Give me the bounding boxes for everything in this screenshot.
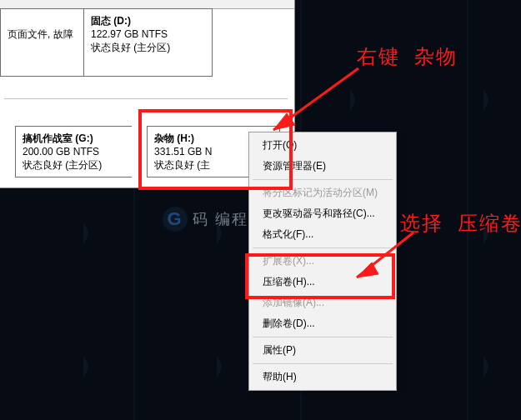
volume-size: 122.97 GB NTFS <box>91 28 205 41</box>
arrow-icon <box>345 229 420 288</box>
volume-info: 页面文件, 故障 <box>8 28 77 41</box>
callout-text: 压缩卷 <box>458 212 521 234</box>
callout-select-shrink: 选择 压缩卷 <box>400 210 521 237</box>
menu-change-letter[interactable]: 更改驱动器号和路径(C)... <box>251 203 394 224</box>
menu-delete[interactable]: 删除卷(D)... <box>251 313 394 334</box>
disk-row-1: 页面文件, 故障 固态 (D:) 122.97 GB NTFS 状态良好 (主分… <box>0 8 294 79</box>
volume-title: 固态 (D:) <box>91 14 205 28</box>
menu-separator <box>253 363 393 364</box>
volume-g[interactable]: 搞机作战室 (G:) 200.00 GB NTFS 状态良好 (主分区) <box>15 126 132 178</box>
callout-rightclick: 右键 杂物 <box>357 43 458 70</box>
volume-title: 搞机作战室 (G:) <box>23 132 125 145</box>
watermark-text: 码 编程 <box>193 209 248 229</box>
menu-properties[interactable]: 属性(P) <box>251 340 394 361</box>
volume-d[interactable]: 固态 (D:) 122.97 GB NTFS 状态良好 (主分区) <box>83 8 213 77</box>
row-separator <box>4 98 288 99</box>
volume-status: 状态良好 (主分区) <box>23 158 125 172</box>
menu-help[interactable]: 帮助(H) <box>251 367 394 388</box>
volume-size: 200.00 GB NTFS <box>23 145 125 158</box>
watermark: G 码 编程 <box>163 207 248 232</box>
volume-status: 状态良好 (主分区) <box>91 41 205 54</box>
callout-text: 杂物 <box>414 45 458 68</box>
svg-marker-3 <box>357 262 378 278</box>
watermark-logo-icon: G <box>163 207 188 232</box>
callout-text: 右键 <box>357 45 400 68</box>
menu-separator <box>253 337 393 338</box>
volume-system-partial[interactable]: 页面文件, 故障 <box>0 8 83 77</box>
arrow-icon <box>258 65 367 140</box>
callout-text: 选择 <box>400 212 443 234</box>
